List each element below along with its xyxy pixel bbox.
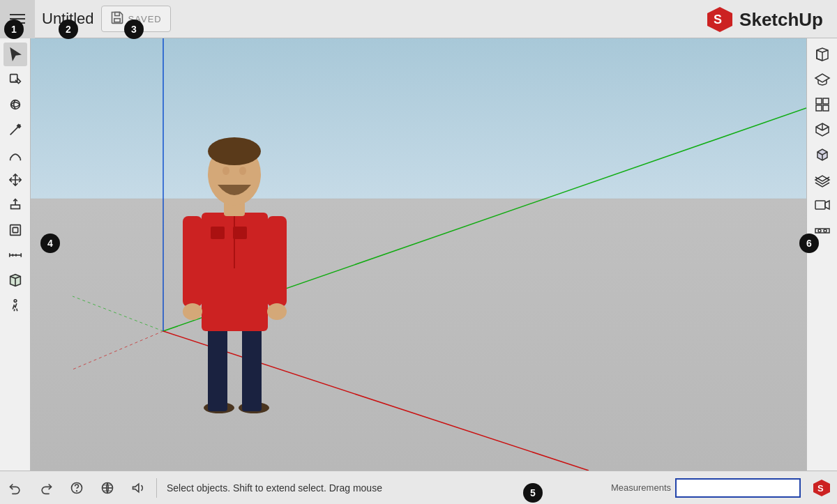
svg-point-45	[267, 303, 287, 320]
scene-svg	[31, 38, 806, 471]
walk-tool[interactable]	[3, 293, 27, 317]
svg-marker-27	[31, 199, 806, 471]
instructor-status-button[interactable]	[123, 471, 153, 505]
viewport-canvas[interactable]	[31, 38, 806, 471]
logo: S SketchUp	[706, 6, 823, 33]
svg-point-48	[208, 137, 261, 165]
undo-button[interactable]	[0, 471, 31, 505]
iso-view-button[interactable]	[810, 118, 834, 142]
components-button[interactable]	[810, 93, 834, 116]
svg-point-18	[14, 300, 17, 303]
sketchup-status-icon: S	[806, 471, 837, 505]
document-title: Untitled	[42, 10, 94, 28]
svg-rect-20	[823, 98, 829, 104]
svg-rect-21	[816, 105, 822, 111]
status-bar: Select objects. Shift to extend select. …	[0, 471, 837, 504]
measurements-area: Measurements	[611, 478, 806, 498]
svg-rect-36	[208, 324, 227, 411]
svg-rect-11	[10, 225, 20, 236]
svg-rect-42	[183, 216, 202, 307]
svg-rect-23	[815, 201, 825, 209]
svg-text:S: S	[714, 13, 722, 26]
menu-button[interactable]	[0, 0, 35, 38]
move-tool[interactable]	[3, 168, 27, 192]
svg-rect-37	[242, 324, 262, 411]
tape-measure-tool[interactable]	[3, 243, 27, 267]
orbit-tool[interactable]	[3, 93, 27, 116]
offset-tool[interactable]	[3, 218, 27, 242]
sketchup-logo-icon: S	[706, 6, 734, 33]
solid-tools-button[interactable]	[810, 143, 834, 167]
svg-point-5	[10, 100, 20, 109]
svg-rect-19	[816, 98, 822, 104]
paint-tool[interactable]	[3, 68, 27, 91]
select-tool[interactable]	[3, 43, 27, 66]
measurements-label: Measurements	[611, 482, 675, 493]
instructor-button[interactable]	[810, 68, 834, 91]
svg-rect-43	[267, 216, 287, 307]
globe-button[interactable]	[92, 471, 123, 505]
logo-text: SketchUp	[739, 9, 823, 31]
redo-button[interactable]	[31, 471, 61, 505]
layers-button[interactable]	[810, 168, 834, 192]
line-tool[interactable]	[3, 118, 27, 142]
section-plane-tool[interactable]	[3, 268, 27, 292]
svg-rect-22	[823, 105, 829, 111]
camera-view-button[interactable]	[810, 43, 834, 66]
svg-point-49	[223, 167, 229, 175]
save-button[interactable]: SAVED	[101, 6, 171, 32]
svg-point-50	[239, 167, 246, 175]
vr-button[interactable]	[810, 218, 834, 242]
svg-point-44	[183, 303, 202, 320]
svg-rect-12	[13, 227, 17, 232]
push-pull-tool[interactable]	[3, 193, 27, 217]
status-divider	[156, 478, 157, 498]
help-button[interactable]	[61, 471, 92, 505]
svg-rect-0	[114, 13, 119, 16]
video-button[interactable]	[810, 193, 834, 217]
hamburger-icon	[10, 14, 25, 24]
left-toolbar	[0, 38, 31, 471]
svg-rect-9	[10, 205, 20, 209]
save-label: SAVED	[128, 14, 162, 24]
svg-text:S: S	[817, 483, 824, 494]
arc-tool[interactable]	[3, 143, 27, 167]
svg-point-52	[77, 490, 77, 491]
status-message: Select objects. Shift to extend select. …	[160, 482, 611, 494]
title-area: Untitled	[35, 10, 101, 28]
save-icon	[110, 10, 124, 27]
svg-rect-39	[211, 227, 225, 239]
svg-point-25	[824, 229, 827, 232]
svg-point-24	[818, 229, 821, 232]
svg-rect-1	[114, 19, 119, 22]
measurements-input[interactable]	[675, 478, 801, 498]
right-panel	[806, 38, 837, 471]
